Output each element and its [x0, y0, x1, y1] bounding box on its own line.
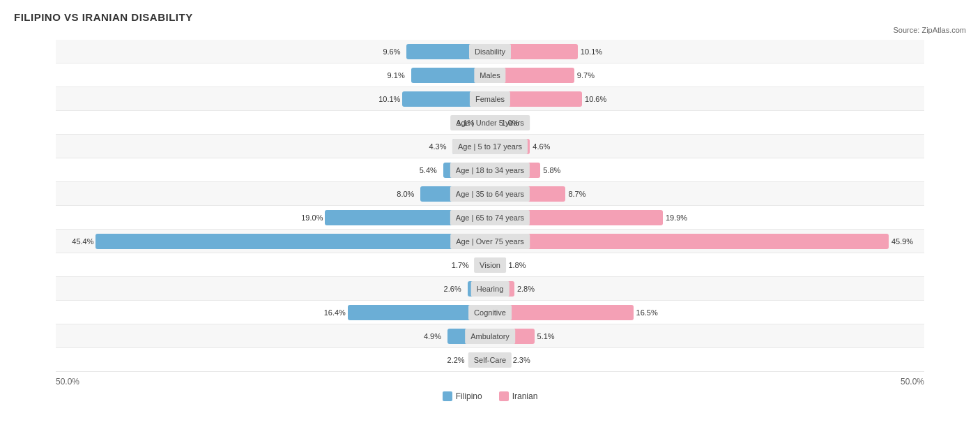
axis-row: 50.0% 50.0%: [56, 375, 924, 389]
row-label: Hearing: [471, 281, 510, 297]
bar-filipino: [95, 234, 490, 249]
val-iranian: 8.7%: [568, 190, 585, 198]
bar-iranian: [490, 234, 889, 249]
row-label: Cognitive: [468, 305, 512, 320]
chart-wrapper: Disability9.6%10.1%Males9.1%9.7%Females1…: [14, 40, 966, 401]
val-iranian: 19.9%: [666, 214, 687, 222]
source-label: Source: ZipAtlas.com: [14, 26, 966, 34]
chart-row: Cognitive16.4%16.5%: [56, 301, 924, 324]
row-label: Age | 65 to 74 years: [450, 210, 530, 225]
chart-row: Disability9.6%10.1%: [56, 40, 924, 63]
legend-iranian-box: [499, 391, 509, 401]
chart-row: Age | 35 to 64 years8.0%8.7%: [56, 182, 924, 206]
val-filipino: 9.6%: [383, 47, 400, 56]
chart-row: Age | 18 to 34 years5.4%5.8%: [56, 158, 924, 182]
row-label: Age | 5 to 17 years: [452, 139, 528, 154]
axis-right-label: 50.0%: [901, 377, 924, 387]
row-label: Age | 35 to 64 years: [450, 186, 530, 202]
chart-row: Self-Care2.2%2.3%: [56, 348, 924, 372]
val-filipino: 8.0%: [397, 190, 414, 198]
legend-filipino: Filipino: [443, 391, 482, 401]
val-filipino: 9.1%: [388, 71, 405, 80]
val-iranian: 10.6%: [585, 95, 606, 103]
chart-row: Age | Under 5 years1.1%1.0%: [56, 111, 924, 135]
legend: Filipino Iranian: [56, 391, 924, 401]
axis-left-label: 50.0%: [56, 377, 79, 387]
val-filipino: 19.0%: [301, 214, 323, 222]
row-label: Disability: [469, 44, 511, 59]
val-filipino: 4.9%: [424, 332, 441, 340]
chart-row: Females10.1%10.6%: [56, 87, 924, 111]
val-filipino: 4.3%: [429, 142, 446, 151]
legend-filipino-label: Filipino: [456, 391, 482, 401]
chart-row: Ambulatory4.9%5.1%: [56, 324, 924, 348]
val-iranian: 45.9%: [891, 237, 913, 246]
val-iranian: 1.8%: [508, 261, 526, 269]
chart-area: Disability9.6%10.1%Males9.1%9.7%Females1…: [56, 40, 924, 372]
row-label: Vision: [474, 257, 506, 273]
row-label: Self-Care: [468, 352, 512, 368]
val-filipino: 1.7%: [452, 261, 469, 269]
chart-row: Hearing2.6%2.8%: [56, 277, 924, 301]
legend-iranian: Iranian: [499, 391, 538, 401]
row-label: Age | Over 75 years: [450, 234, 530, 249]
val-filipino: 45.4%: [72, 237, 93, 246]
val-iranian: 5.8%: [543, 166, 560, 174]
val-iranian: 2.3%: [513, 356, 530, 364]
val-filipino: 5.4%: [420, 166, 437, 174]
chart-row: Age | 5 to 17 years4.3%4.6%: [56, 135, 924, 158]
legend-iranian-label: Iranian: [512, 391, 538, 401]
val-iranian: 16.5%: [636, 308, 658, 317]
val-iranian: 5.1%: [537, 332, 555, 340]
val-filipino: 1.1%: [457, 119, 474, 127]
val-iranian: 4.6%: [533, 142, 550, 151]
val-filipino: 10.1%: [378, 95, 400, 103]
chart-row: Age | 65 to 74 years19.0%19.9%: [56, 206, 924, 230]
chart-row: Vision1.7%1.8%: [56, 253, 924, 277]
val-iranian: 10.1%: [581, 47, 602, 56]
chart-row: Males9.1%9.7%: [56, 63, 924, 87]
legend-filipino-box: [443, 391, 452, 401]
val-iranian: 2.8%: [517, 285, 535, 293]
val-iranian: 9.7%: [577, 71, 595, 80]
val-filipino: 16.4%: [324, 308, 346, 317]
row-label: Age | 18 to 34 years: [450, 163, 530, 178]
row-label: Males: [474, 68, 505, 83]
val-iranian: 1.0%: [501, 119, 519, 127]
val-filipino: 2.6%: [444, 285, 461, 293]
val-filipino: 2.2%: [447, 356, 465, 364]
chart-row: Age | Over 75 years45.4%45.9%: [56, 230, 924, 253]
row-label: Ambulatory: [465, 329, 515, 344]
chart-title: FILIPINO VS IRANIAN DISABILITY: [14, 11, 966, 23]
row-label: Females: [470, 91, 510, 107]
